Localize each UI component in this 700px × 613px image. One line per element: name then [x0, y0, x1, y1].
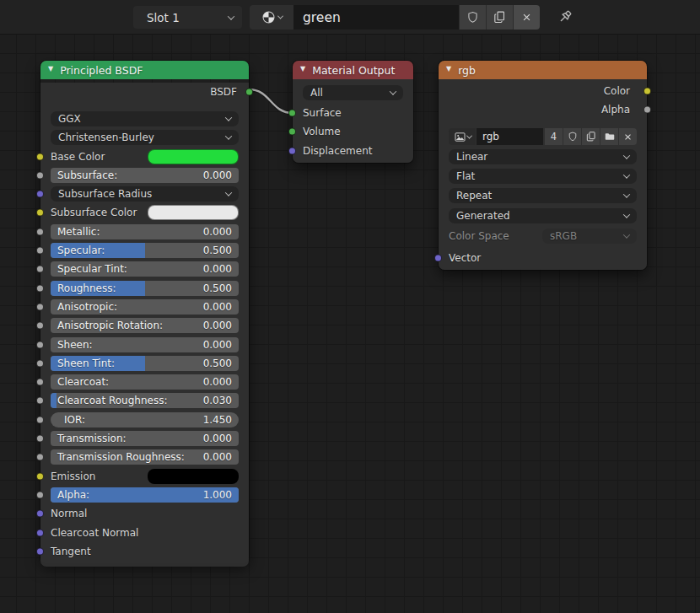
socket-transmission-roughness-input[interactable]	[36, 454, 44, 461]
param-normal: Normal	[40, 506, 249, 521]
node-header-principled[interactable]: ▼ Principled BSDF	[40, 61, 249, 79]
subsurface-radius-dropdown[interactable]: Subsurface Radius	[51, 186, 239, 202]
ggx-dropdown[interactable]: GGX	[51, 111, 239, 126]
base-color-color-swatch[interactable]	[148, 149, 239, 164]
slider-fill	[51, 393, 57, 408]
socket-alpha-output[interactable]	[643, 106, 651, 114]
socket-sheen-input[interactable]	[36, 341, 44, 348]
subsurface-color-label: Subsurface Color	[51, 207, 137, 218]
unlink-button[interactable]	[513, 5, 540, 30]
node-title: rgb	[458, 64, 476, 77]
clearcoat-value: 0.000	[203, 376, 232, 388]
socket-bsdf-output[interactable]	[245, 89, 253, 96]
browse-material-button[interactable]	[250, 5, 293, 30]
socket-volume-input[interactable]	[288, 128, 296, 136]
node-principled-bsdf[interactable]: ▼ Principled BSDF BSDF GGXChristensen-Bu…	[40, 61, 249, 563]
roughness-slider[interactable]: Roughness:0.500	[51, 281, 239, 296]
unlink-button[interactable]	[619, 128, 637, 145]
normal-label: Normal	[51, 508, 87, 519]
param-christensen-burley: Christensen-Burley	[40, 130, 249, 145]
material-slot-dropdown[interactable]: Slot 1	[133, 6, 242, 29]
flat-dropdown[interactable]: Flat	[449, 169, 637, 184]
socket-subsurface-radius-input[interactable]	[36, 191, 44, 198]
metallic-slider[interactable]: Metallic:0.000	[51, 224, 239, 239]
generated-dropdown[interactable]: Generated	[449, 208, 637, 223]
socket-color-output[interactable]	[643, 88, 651, 95]
fake-user-button[interactable]	[459, 5, 486, 30]
socket-normal-input[interactable]	[36, 510, 44, 518]
input-surface: Surface	[293, 104, 413, 122]
socket-anisotropic-rotation-input[interactable]	[36, 322, 44, 330]
socket-clearcoat-normal-input[interactable]	[36, 529, 44, 536]
socket-tangent-input[interactable]	[36, 547, 44, 555]
repeat-row: Repeat	[439, 188, 647, 204]
sheen-tint-slider[interactable]: Sheen Tint:0.500	[51, 356, 239, 371]
node-header-material-output[interactable]: ▼ Material Output	[293, 61, 413, 79]
socket-clearcoat-roughness-input[interactable]	[36, 397, 44, 405]
linear-dropdown[interactable]: Linear	[449, 149, 637, 164]
param-anisotropic: Anisotropic:0.000	[40, 299, 249, 315]
specular-tint-label: Specular Tint:	[57, 263, 203, 275]
socket-specular-tint-input[interactable]	[36, 266, 44, 273]
new-copy-button[interactable]	[486, 5, 513, 30]
subsurface-color-color-swatch[interactable]	[148, 205, 239, 220]
specular-label: Specular:	[57, 245, 203, 256]
sheen-slider[interactable]: Sheen:0.000	[51, 337, 239, 352]
users-count-badge[interactable]: 4	[545, 128, 563, 145]
socket-emission-input[interactable]	[36, 472, 44, 480]
transmission-slider[interactable]: Transmission:0.000	[51, 431, 239, 446]
socket-sheen-tint-input[interactable]	[36, 359, 44, 367]
anisotropic-rotation-value: 0.000	[203, 320, 232, 331]
browse-image-button[interactable]	[449, 128, 476, 145]
ior-number-field[interactable]: IOR:1.450	[51, 412, 239, 427]
socket-transmission-input[interactable]	[36, 435, 44, 443]
param-roughness: Roughness:0.500	[40, 281, 249, 296]
alpha-slider[interactable]: Alpha:1.000	[51, 487, 239, 503]
node-material-output[interactable]: ▼ Material Output All SurfaceVolumeDispl…	[293, 61, 413, 163]
socket-ior-input[interactable]	[36, 416, 44, 423]
socket-displacement-input[interactable]	[288, 147, 296, 154]
image-name-field[interactable]: rgb	[477, 128, 543, 145]
socket-anisotropic-input[interactable]	[36, 303, 44, 310]
subsurface-slider[interactable]: Subsurface:0.000	[51, 168, 239, 183]
node-header-rgb[interactable]: ▼ rgb	[439, 61, 647, 79]
material-name-field[interactable]: green	[293, 5, 459, 30]
socket-subsurface-input[interactable]	[36, 171, 44, 179]
triangle-down-icon[interactable]: ▼	[48, 66, 53, 73]
socket-alpha-input[interactable]	[36, 491, 44, 498]
socket-surface-input[interactable]	[288, 110, 296, 117]
socket-metallic-input[interactable]	[36, 228, 44, 235]
param-clearcoat: Clearcoat:0.000	[40, 374, 249, 390]
socket-clearcoat-input[interactable]	[36, 379, 44, 386]
param-transmission-roughness: Transmission Roughness:0.000	[40, 449, 249, 465]
specular-value: 0.500	[203, 245, 232, 256]
node-image-texture-rgb[interactable]: ▼ rgb Color Alpha	[439, 61, 647, 270]
anisotropic-slider[interactable]: Anisotropic:0.000	[51, 299, 239, 315]
param-ggx: GGX	[40, 111, 249, 126]
triangle-down-icon[interactable]: ▼	[300, 66, 305, 73]
transmission-roughness-slider[interactable]: Transmission Roughness:0.000	[51, 449, 239, 465]
triangle-down-icon[interactable]: ▼	[446, 66, 451, 73]
pin-button[interactable]	[553, 7, 575, 29]
specular-tint-slider[interactable]: Specular Tint:0.000	[51, 261, 239, 277]
socket-vector-input[interactable]	[434, 255, 442, 262]
param-anisotropic-rotation: Anisotropic Rotation:0.000	[40, 318, 249, 333]
christensen-burley-dropdown[interactable]: Christensen-Burley	[51, 130, 239, 145]
socket-base-color-input[interactable]	[36, 153, 44, 160]
clearcoat-slider[interactable]: Clearcoat:0.000	[51, 374, 239, 390]
socket-roughness-input[interactable]	[36, 284, 44, 292]
fake-user-button[interactable]	[563, 128, 581, 145]
specular-slider[interactable]: Specular:0.500	[51, 243, 239, 258]
clearcoat-roughness-slider[interactable]: Clearcoat Roughness:0.030	[51, 393, 239, 408]
anisotropic-rotation-slider[interactable]: Anisotropic Rotation:0.000	[51, 318, 239, 333]
socket-specular-input[interactable]	[36, 247, 44, 255]
socket-subsurface-color-input[interactable]	[36, 209, 44, 217]
shield-icon	[466, 10, 480, 24]
open-image-button[interactable]	[600, 128, 618, 145]
repeat-dropdown[interactable]: Repeat	[449, 188, 637, 203]
node-title: Material Output	[312, 64, 395, 77]
color-space-dropdown[interactable]: sRGB	[542, 229, 637, 244]
target-dropdown[interactable]: All	[303, 85, 403, 100]
emission-color-swatch[interactable]	[148, 469, 239, 484]
duplicate-button[interactable]	[582, 128, 600, 145]
